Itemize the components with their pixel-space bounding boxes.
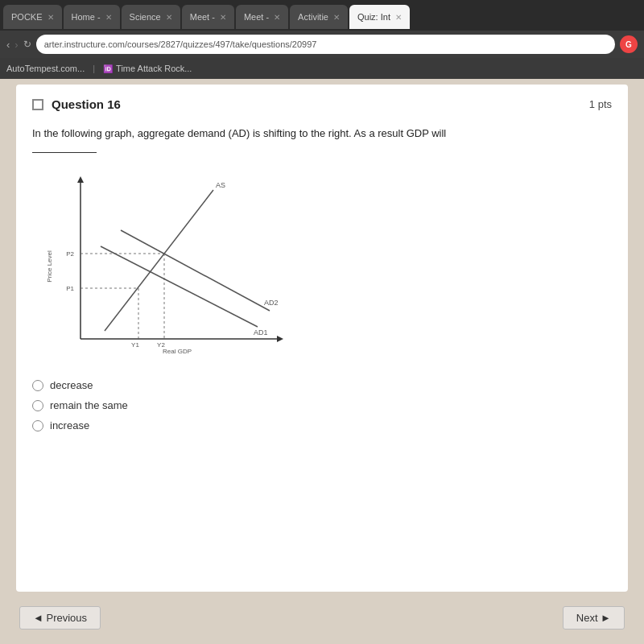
ad1-label: AD1: [254, 328, 268, 336]
p2-label: P2: [66, 250, 74, 258]
tab-activities[interactable]: Activitie ✕: [290, 5, 348, 29]
answer-choices: decrease remain the same increase: [32, 379, 612, 431]
y2-label: Y2: [157, 341, 165, 349]
graph-container: Price Level Real GDP AS AD1 AD2: [40, 170, 298, 363]
svg-line-6: [121, 230, 270, 311]
svg-line-5: [101, 246, 258, 327]
tab-close-icon[interactable]: ✕: [166, 13, 172, 22]
answer-remain[interactable]: remain the same: [32, 399, 612, 411]
ad2-label: AD2: [264, 299, 279, 307]
reload-icon[interactable]: ↻: [23, 39, 31, 50]
tab-bar: POCKE ✕ Home - ✕ Science ✕ Meet - ✕ Meet…: [0, 0, 644, 31]
radio-decrease[interactable]: [32, 380, 43, 391]
x-axis-label: Real GDP: [163, 348, 192, 355]
tab-close-icon[interactable]: ✕: [274, 13, 280, 22]
quiz-card: Question 16 1 pts In the following graph…: [16, 85, 628, 592]
p1-label: P1: [66, 285, 74, 292]
answer-blank: [32, 152, 97, 153]
answer-decrease[interactable]: decrease: [32, 379, 612, 391]
tab-close-icon[interactable]: ✕: [105, 13, 112, 22]
y-axis-label: Price Level: [46, 250, 53, 283]
tab-close-icon[interactable]: ✕: [395, 13, 402, 22]
svg-marker-2: [77, 176, 84, 183]
tab-pocket[interactable]: POCKE ✕: [3, 5, 62, 29]
question-title: Question 16: [32, 97, 121, 111]
prev-button[interactable]: ◄ Previous: [19, 606, 101, 630]
nav-footer: ◄ Previous Next ►: [16, 600, 628, 636]
back-icon[interactable]: ‹: [6, 39, 10, 51]
radio-increase[interactable]: [32, 420, 43, 431]
browser-chrome: POCKE ✕ Home - ✕ Science ✕ Meet - ✕ Meet…: [0, 0, 644, 76]
tab-science[interactable]: Science ✕: [122, 5, 180, 29]
radio-remain[interactable]: [32, 400, 43, 411]
profile-icon[interactable]: G: [620, 35, 638, 53]
economics-graph: Price Level Real GDP AS AD1 AD2: [40, 170, 298, 363]
address-bar[interactable]: arter.instructure.com/courses/2827/quizz…: [36, 35, 615, 54]
bookmark-timeattack[interactable]: 🆔 Time Attack Rock...: [103, 64, 192, 73]
as-label: AS: [216, 181, 225, 189]
tab-quiz[interactable]: Quiz: Int ✕: [349, 5, 410, 29]
tab-home[interactable]: Home - ✕: [64, 5, 120, 29]
address-bar-row: ‹ › ↻ arter.instructure.com/courses/2827…: [0, 31, 644, 58]
tab-meet1[interactable]: Meet - ✕: [182, 5, 234, 29]
next-button[interactable]: Next ►: [563, 606, 625, 630]
tab-close-icon[interactable]: ✕: [220, 13, 226, 22]
tab-close-icon[interactable]: ✕: [47, 13, 54, 22]
answer-increase[interactable]: increase: [32, 419, 612, 431]
bookmark-id-icon: 🆔: [103, 64, 113, 73]
bookmark-divider: |: [93, 64, 95, 73]
tab-close-icon[interactable]: ✕: [333, 13, 340, 22]
bookmark-flag-icon[interactable]: [32, 99, 43, 110]
bookmark-autotempest[interactable]: AutoTempest.com...: [6, 64, 85, 73]
question-header: Question 16 1 pts: [32, 97, 612, 116]
y1-label: Y1: [131, 341, 139, 349]
svg-marker-3: [277, 336, 283, 342]
points-badge: 1 pts: [589, 98, 612, 110]
question-text: In the following graph, aggregate demand…: [32, 126, 612, 157]
svg-line-4: [105, 190, 213, 331]
tab-meet2[interactable]: Meet - ✕: [236, 5, 288, 29]
main-content: Question 16 1 pts In the following graph…: [0, 76, 644, 644]
forward-icon[interactable]: ›: [14, 39, 18, 51]
bookmarks-bar: AutoTempest.com... | 🆔 Time Attack Rock.…: [0, 58, 644, 79]
